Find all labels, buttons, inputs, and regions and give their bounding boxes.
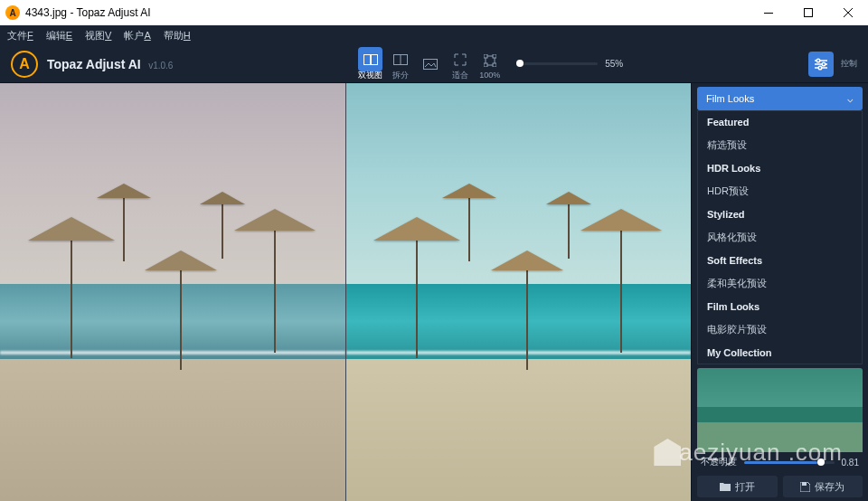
- folder-icon: [720, 482, 731, 491]
- menu-edit[interactable]: 编辑E: [46, 29, 72, 43]
- split-view-button[interactable]: [388, 47, 412, 71]
- minimize-button[interactable]: [749, 0, 788, 25]
- svg-point-17: [818, 66, 822, 70]
- logo-icon: A: [11, 51, 38, 78]
- category-item[interactable]: 精选预设: [698, 133, 862, 157]
- close-button[interactable]: [828, 0, 868, 25]
- menu-view[interactable]: 视图V: [85, 29, 111, 43]
- panel-label: 控制: [841, 58, 857, 70]
- category-item[interactable]: 柔和美化预设: [698, 271, 862, 296]
- category-item[interactable]: HDR预设: [698, 179, 862, 203]
- svg-rect-0: [764, 13, 773, 14]
- category-item[interactable]: Featured: [698, 111, 862, 133]
- svg-rect-2: [363, 54, 370, 64]
- svg-rect-8: [484, 54, 487, 58]
- image-viewport[interactable]: [0, 83, 691, 501]
- chevron-down-icon: ⌵: [847, 93, 854, 105]
- opacity-label: 不透明度: [701, 456, 737, 468]
- svg-rect-1: [805, 9, 813, 17]
- maximize-button[interactable]: [788, 0, 828, 25]
- fit-button[interactable]: [448, 47, 472, 71]
- svg-rect-11: [493, 63, 496, 67]
- save-as-button[interactable]: 保存为: [783, 476, 863, 497]
- zoom-value: 55%: [605, 59, 623, 69]
- menu-help[interactable]: 帮助H: [164, 29, 191, 43]
- app-icon: A: [5, 5, 20, 20]
- svg-point-15: [822, 62, 826, 66]
- menu-file[interactable]: 文件F: [7, 29, 33, 43]
- svg-rect-10: [484, 63, 487, 67]
- svg-rect-24: [802, 482, 807, 486]
- menu-account[interactable]: 帐户A: [124, 29, 150, 43]
- window-titlebar: A 4343.jpg - Topaz Adjust AI: [0, 0, 868, 25]
- opacity-slider[interactable]: [744, 461, 835, 464]
- category-item[interactable]: HDR Looks: [698, 157, 862, 179]
- svg-rect-9: [493, 54, 496, 58]
- menubar: 文件F 编辑E 视图V 帐户A 帮助H: [0, 25, 868, 45]
- original-pane: [0, 83, 345, 501]
- side-panel: Film Looks ⌵ Featured精选预设HDR LooksHDR预设S…: [691, 83, 868, 501]
- category-item[interactable]: Film Looks: [698, 296, 862, 317]
- svg-rect-6: [423, 60, 437, 70]
- app-version: v1.0.6: [148, 61, 173, 71]
- processed-pane: [345, 83, 692, 501]
- category-list: Featured精选预设HDR LooksHDR预设Stylized风格化预设S…: [697, 110, 863, 364]
- category-item[interactable]: 风格化预设: [698, 225, 862, 250]
- svg-rect-3: [371, 54, 377, 64]
- toolbar: A Topaz Adjust AI v1.0.6 双视图 拆分 适合 100% …: [0, 45, 868, 83]
- app-title: Topaz Adjust AI: [47, 57, 141, 71]
- save-icon: [800, 482, 810, 492]
- zoom-slider[interactable]: [516, 62, 598, 65]
- preset-thumb[interactable]: [697, 368, 863, 452]
- window-title: 4343.jpg - Topaz Adjust AI: [25, 6, 151, 19]
- category-item[interactable]: Stylized: [698, 203, 862, 225]
- category-item[interactable]: Soft Effects: [698, 250, 862, 271]
- image-view-button[interactable]: [418, 52, 442, 76]
- category-item[interactable]: My Collection: [698, 342, 862, 364]
- opacity-value: 0.81: [842, 458, 859, 468]
- svg-point-13: [816, 59, 820, 62]
- zoom-100-button[interactable]: [477, 48, 502, 72]
- dual-view-button[interactable]: [358, 47, 382, 71]
- category-item[interactable]: 电影胶片预设: [698, 317, 862, 342]
- open-button[interactable]: 打开: [697, 476, 778, 497]
- settings-button[interactable]: [808, 52, 834, 77]
- category-dropdown[interactable]: Film Looks ⌵: [697, 87, 863, 110]
